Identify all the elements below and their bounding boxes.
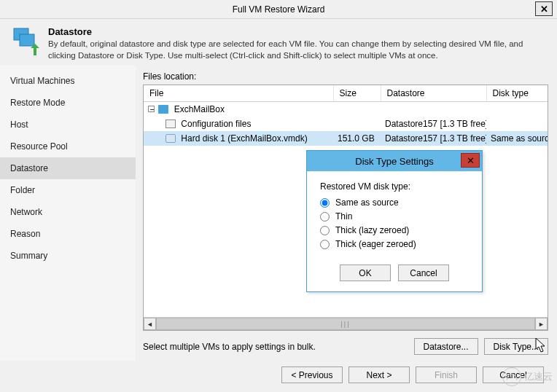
dialog-footer: OK Cancel bbox=[307, 260, 482, 291]
file-disktype: Same as source bbox=[486, 131, 548, 146]
header-description: By default, original datastore and disk … bbox=[48, 39, 547, 61]
next-button[interactable]: Next > bbox=[348, 366, 410, 383]
sidebar: Virtual Machines Restore Mode Host Resou… bbox=[0, 66, 136, 361]
files-table: File Size Datastore Disk type bbox=[144, 85, 548, 146]
window-title: Full VM Restore Wizard bbox=[233, 4, 325, 15]
dialog-body: Restored VM disk type: Same as source Th… bbox=[307, 171, 482, 260]
table-header-row: File Size Datastore Disk type bbox=[144, 85, 548, 102]
close-icon: ✕ bbox=[540, 4, 548, 15]
file-name: ExchMailBox bbox=[174, 104, 225, 114]
radio-input[interactable] bbox=[320, 240, 330, 249]
file-size bbox=[333, 102, 381, 117]
datastore-button[interactable]: Datastore... bbox=[414, 338, 478, 355]
titlebar: Full VM Restore Wizard ✕ bbox=[0, 0, 557, 19]
dialog-ok-button[interactable]: OK bbox=[340, 264, 391, 281]
sidebar-item-network[interactable]: Network bbox=[0, 201, 136, 223]
disk-type-button[interactable]: Disk Type... bbox=[484, 338, 548, 355]
radio-thin[interactable]: Thin bbox=[320, 211, 469, 222]
radio-input[interactable] bbox=[320, 226, 330, 235]
disk-icon bbox=[165, 134, 176, 143]
table-row[interactable]: Configuration files Datastore157 [1.3 TB… bbox=[144, 117, 548, 131]
scroll-left-arrow-icon[interactable]: ◄ bbox=[144, 318, 156, 330]
tree-toggle-icon[interactable] bbox=[148, 106, 155, 112]
file-disktype bbox=[486, 117, 548, 131]
col-header-datastore[interactable]: Datastore bbox=[381, 85, 486, 102]
watermark: 亿速云 bbox=[502, 367, 553, 386]
header-text: Datastore By default, original datastore… bbox=[48, 26, 547, 61]
sidebar-item-virtual-machines[interactable]: Virtual Machines bbox=[0, 70, 136, 92]
watermark-text: 亿速云 bbox=[524, 370, 553, 383]
radio-thick-eager[interactable]: Thick (eager zeroed) bbox=[320, 239, 469, 249]
header-title: Datastore bbox=[48, 26, 547, 37]
finish-button: Finish bbox=[416, 366, 477, 383]
dialog-title: Disk Type Settings bbox=[355, 156, 433, 167]
bulk-hint: Select multiple VMs to apply settings in… bbox=[143, 342, 316, 352]
col-header-size[interactable]: Size bbox=[333, 85, 381, 102]
vm-icon bbox=[158, 105, 168, 114]
radio-same-as-source[interactable]: Same as source bbox=[320, 197, 469, 208]
scroll-right-arrow-icon[interactable]: ► bbox=[535, 318, 548, 330]
header-icon bbox=[10, 26, 41, 57]
config-icon bbox=[165, 119, 176, 128]
scroll-track[interactable]: ||| bbox=[156, 318, 535, 330]
dialog-cancel-button[interactable]: Cancel bbox=[398, 264, 449, 281]
sidebar-item-summary[interactable]: Summary bbox=[0, 245, 136, 267]
table-row[interactable]: ExchMailBox bbox=[144, 102, 548, 117]
file-datastore: Datastore157 [1.3 TB free] bbox=[381, 131, 486, 146]
svg-rect-1 bbox=[20, 34, 34, 46]
file-name: Configuration files bbox=[181, 119, 251, 129]
sidebar-item-resource-pool[interactable]: Resource Pool bbox=[0, 136, 136, 157]
radio-thick-lazy[interactable]: Thick (lazy zeroed) bbox=[320, 225, 469, 235]
wizard-window: Full VM Restore Wizard ✕ Datastore By de… bbox=[0, 0, 557, 392]
close-icon: ✕ bbox=[467, 155, 475, 166]
files-location-label: Files location: bbox=[143, 71, 548, 82]
col-header-disktype[interactable]: Disk type bbox=[486, 85, 548, 102]
sidebar-item-host[interactable]: Host bbox=[0, 114, 136, 136]
file-datastore bbox=[381, 102, 486, 117]
bulk-row: Select multiple VMs to apply settings in… bbox=[143, 338, 548, 355]
file-size bbox=[333, 117, 381, 131]
previous-button[interactable]: < Previous bbox=[281, 366, 343, 383]
file-size: 151.0 GB bbox=[333, 131, 381, 146]
file-disktype bbox=[486, 102, 548, 117]
close-button[interactable]: ✕ bbox=[535, 1, 553, 16]
horizontal-scrollbar[interactable]: ◄ ||| ► bbox=[144, 317, 548, 330]
table-row[interactable]: Hard disk 1 (ExchMailBox.vmdk) 151.0 GB … bbox=[144, 131, 548, 146]
radio-input[interactable] bbox=[320, 212, 330, 222]
file-name: Hard disk 1 (ExchMailBox.vmdk) bbox=[181, 133, 307, 144]
sidebar-item-reason[interactable]: Reason bbox=[0, 223, 136, 245]
dialog-titlebar[interactable]: Disk Type Settings ✕ bbox=[307, 151, 482, 171]
sidebar-item-restore-mode[interactable]: Restore Mode bbox=[0, 92, 136, 114]
watermark-icon bbox=[502, 367, 521, 386]
disk-type-settings-dialog: Disk Type Settings ✕ Restored VM disk ty… bbox=[306, 150, 483, 292]
col-header-file[interactable]: File bbox=[144, 85, 333, 102]
wizard-footer: < Previous Next > Finish Cancel bbox=[0, 361, 557, 392]
sidebar-item-folder[interactable]: Folder bbox=[0, 179, 136, 201]
wizard-header: Datastore By default, original datastore… bbox=[0, 19, 557, 66]
radio-input[interactable] bbox=[320, 198, 330, 208]
dialog-close-button[interactable]: ✕ bbox=[461, 153, 480, 168]
dialog-group-label: Restored VM disk type: bbox=[320, 181, 469, 192]
sidebar-item-datastore[interactable]: Datastore bbox=[0, 157, 136, 179]
scroll-thumb[interactable]: ||| bbox=[156, 318, 535, 330]
file-datastore: Datastore157 [1.3 TB free] bbox=[381, 117, 486, 131]
